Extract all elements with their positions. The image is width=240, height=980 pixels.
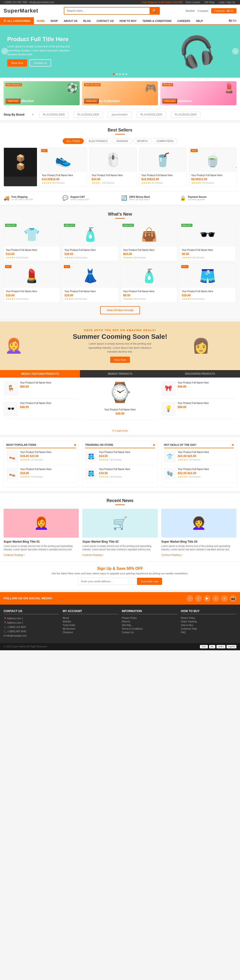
load-more-button[interactable]: ⟳ Load more [0, 427, 240, 435]
tab-fashion[interactable]: FASHION [112, 138, 132, 144]
footer-howtobuy-4[interactable]: FAQ [181, 631, 237, 634]
footer-info-4[interactable]: Contact Us [122, 631, 177, 634]
view-all-button[interactable]: View All New Arrivals [100, 306, 140, 314]
news-read-more-0[interactable]: Continue Reading » [3, 554, 25, 556]
nav-terms[interactable]: TERMS & CONDITIONS [139, 18, 174, 24]
newsletter-submit-button[interactable]: Subscribe now [137, 578, 162, 585]
hero-dot-2[interactable] [116, 73, 118, 75]
popular-item-info-1-1: Your Product Full Name Here $19.00 ★★★★★… [99, 468, 130, 480]
news-img-1: 🛒 [82, 509, 158, 538]
new-product-stars-6: ★★★★★ [123, 298, 133, 300]
tab-all[interactable]: ALL ITEMS [63, 138, 84, 144]
featured-tab-newest[interactable]: NEWEST PRODUCTS [80, 370, 160, 377]
brand-3[interactable]: placeholder [108, 111, 131, 118]
footer-info-2[interactable]: Site Map [122, 624, 177, 627]
hero-shop-button[interactable]: Shop Now [7, 59, 27, 67]
instagram-icon[interactable]: 📷 [230, 595, 237, 602]
newsletter-email-input[interactable] [78, 578, 137, 585]
product-info-4: Your Product Full Name Here $9.50$13.00 … [189, 172, 237, 186]
footer-account-0[interactable]: About [63, 617, 118, 619]
nav-help[interactable]: HELP [193, 18, 206, 24]
footer-account-4[interactable]: Checkout [63, 631, 118, 634]
store-locator-link[interactable]: Store Locator [186, 1, 200, 3]
login-link[interactable]: Login / Sign Up [219, 1, 235, 3]
gift-wrap-link[interactable]: Gift Wrap [204, 1, 215, 3]
footer-account-2[interactable]: Track Order [63, 624, 118, 627]
tab-computers[interactable]: COMPUTERS [153, 138, 177, 144]
footer-info-1[interactable]: Returns [122, 620, 177, 623]
new-badge-5: HOT [64, 265, 70, 268]
top-bar-right: Free Shipping On All Orders Over $59 Sto… [142, 1, 237, 3]
hero-dot-1[interactable] [113, 73, 115, 75]
footer-contact-3: 📞 +1(800) 987 6543 [3, 630, 59, 633]
search-input[interactable] [64, 8, 150, 14]
footer-howtobuy-0[interactable]: Return Policy [181, 617, 237, 619]
product-image-0: 📦📦 [4, 148, 37, 177]
promo-btn-sports[interactable]: Shop Now [6, 99, 21, 103]
tumblr-icon[interactable]: t [212, 595, 219, 602]
nav-shop[interactable]: SHOP [47, 18, 61, 24]
footer-account-3[interactable]: My Account [63, 627, 118, 630]
news-card-title-1: Super Market Blog Title 02 [82, 540, 158, 543]
hero-dot-3[interactable] [119, 73, 121, 75]
featured-weekly-info-0: Your Product Full Name Here $99.95 [20, 381, 51, 396]
promo-btn-beauty[interactable]: Shop Now [162, 99, 177, 103]
vimeo-icon[interactable]: v [221, 595, 228, 602]
news-read-more-2[interactable]: Continue Reading » [161, 554, 182, 556]
hero-contact-button[interactable]: Contact Us [30, 59, 51, 67]
tab-sports[interactable]: SPORTS [133, 138, 152, 144]
wishlist-link[interactable]: Wishlist [186, 10, 195, 12]
hero-next-button[interactable]: › [232, 48, 239, 54]
product-image-2: 🖱️ [90, 148, 137, 172]
cart-button[interactable]: 0 Item(s) - $0.00 [211, 8, 237, 13]
youtube-icon[interactable]: ▶ [204, 595, 210, 602]
footer-howtobuy-3[interactable]: Customer Help [181, 627, 237, 630]
brand-2[interactable]: PLACEHOLDER [73, 111, 103, 118]
brand-1[interactable]: PLACEHOLDER [39, 111, 69, 118]
new-product-4: HOT 💄 Your Product Full Name Here $19.00… [3, 264, 60, 302]
nav-flag[interactable]: 🇺🇸 EN [225, 17, 240, 24]
product-stars-4: ★★★★★ [191, 182, 201, 184]
featured-weekly-price-0: $99.95 [20, 385, 51, 388]
hero-dot-4[interactable] [122, 73, 124, 75]
footer-info-0[interactable]: Privacy Policy [122, 617, 177, 619]
compare-link[interactable]: Compare [197, 10, 208, 12]
news-read-more-1[interactable]: Continue Reading » [82, 554, 103, 556]
footer-info-3[interactable]: Terms & Conditions [122, 627, 177, 630]
popular-col-title-1: TRENDING ON STORE ⊕ [85, 443, 155, 448]
tab-electronics[interactable]: ELECTRONICS [85, 138, 111, 144]
popular-item-stars-2-1: ★★★★★ [178, 476, 188, 478]
new-product-info-3: Your Product Full Name Here $9.50 ★★★★★ … [180, 247, 236, 261]
nav-how-to-buy[interactable]: HOW TO BUY [117, 18, 139, 24]
nav-blog[interactable]: BLOG [81, 18, 94, 24]
logo: SuperMarket [3, 8, 38, 14]
brand-5[interactable]: PLACEHOLDER [171, 111, 201, 118]
search-button[interactable]: 🔍 [150, 8, 159, 14]
twitter-icon[interactable]: t [195, 595, 202, 602]
new-product-stars-2: ★★★★★ [123, 256, 133, 259]
nav-about[interactable]: ABOUT US [61, 18, 80, 24]
nav-careers[interactable]: CAREERS [174, 18, 193, 24]
nav-contact[interactable]: CONTACT US [94, 18, 117, 24]
all-categories-button[interactable]: ☰ ALL CATEGORIES [0, 17, 34, 24]
brand-4[interactable]: PLACEHOLDER [137, 111, 166, 118]
popular-col-2: HOT DEALS OF THE DAY! ⊕ 👕 Your Product F… [161, 441, 237, 487]
footer-account-1[interactable]: Wishlist [63, 620, 118, 623]
logo-text: Super [3, 8, 20, 14]
facebook-icon[interactable]: f [186, 595, 193, 602]
menu-icon: ☰ [3, 19, 6, 22]
new-product-name-4: Your Product Full Name Here [6, 290, 58, 293]
product-info-2: Your Product Full Name Here $24.00 ★★★★☆… [90, 172, 137, 186]
hero-prev-button[interactable]: ‹ [1, 48, 8, 54]
new-product-stars-3: ★★★★★ [182, 256, 191, 259]
featured-tab-weekly[interactable]: WEEKLY FEATURED PRODUCTS [0, 370, 80, 377]
hero-dot-5[interactable] [125, 73, 127, 75]
footer-howtobuy-1[interactable]: Order Tracking [181, 620, 237, 623]
footer-howtobuy-2[interactable]: How to Buy [181, 624, 237, 627]
summer-shop-button[interactable]: Shop Now [110, 356, 130, 363]
nav: ☰ ALL CATEGORIES HOME SHOP ABOUT US BLOG… [0, 17, 240, 25]
featured-tab-discounted[interactable]: DISCOUNTED PRODUCTS [160, 370, 240, 377]
promo-btn-ps[interactable]: Shop Now [84, 99, 99, 103]
popular-item-old-2-1: $23.00 [188, 471, 196, 475]
nav-home[interactable]: HOME [34, 18, 47, 24]
